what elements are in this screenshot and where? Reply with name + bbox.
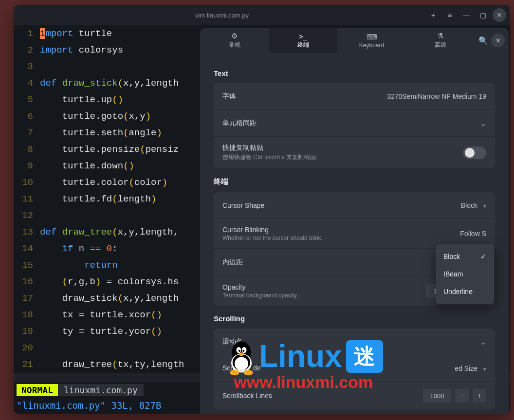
cursor-shape-label: Cursor Shape: [222, 201, 461, 209]
cursor-blink-sublabel: Whether or not the cursor should blink.: [222, 235, 460, 241]
chevron-down-icon: [480, 119, 486, 128]
tab-general[interactable]: ⚙常规: [200, 28, 269, 53]
tab-advanced[interactable]: ⚗高级: [406, 28, 475, 53]
settings-panel: ⚙常规 >_终端 ⌨Keyboard ⚗高级 🔍 ✕ Text 字体 3270S…: [200, 28, 509, 414]
scrollback-input[interactable]: 1000: [423, 389, 451, 402]
font-label: 字体: [222, 92, 387, 101]
scrollbar-label: 滚动条: [222, 337, 480, 346]
chevron-down-icon: [480, 337, 486, 347]
font-value: 3270SemiNarrow NF Medium 19: [387, 92, 486, 100]
copy-label: 快捷复制粘贴: [222, 144, 463, 152]
caret-down-icon: [481, 365, 486, 372]
caret-down-icon: [481, 201, 486, 209]
gear-icon: ⚙: [231, 32, 238, 40]
cell-spacing-label: 单元格间距: [222, 119, 480, 128]
main-window: vim linuxmi.com.py + ≡ — ▢ ✕ 12345678910…: [14, 5, 510, 414]
maximize-icon[interactable]: ▢: [476, 8, 490, 22]
tab-keyboard[interactable]: ⌨Keyboard: [337, 28, 406, 53]
cursor-blink-value: Follow S: [460, 230, 486, 237]
minimize-icon[interactable]: —: [459, 8, 473, 22]
dropdown-item[interactable]: Underline: [436, 283, 494, 300]
line-number-gutter: 123456789101112131415161718192021: [14, 25, 38, 373]
dropdown-item[interactable]: IBeam: [436, 265, 494, 283]
panel-close-icon[interactable]: ✕: [491, 34, 505, 47]
scrollback-label: Scrollback Lines: [222, 392, 423, 400]
section-terminal: 终端: [214, 177, 495, 186]
row-copy-paste: 快捷复制粘贴 使用快捷键 Ctrl+c/ctrl+v 来复制/粘贴: [214, 137, 495, 168]
tab-label: 终端: [297, 41, 309, 49]
add-tab-icon[interactable]: +: [426, 8, 440, 22]
opacity-sublabel: Terminal background opacity.: [222, 292, 426, 299]
scroll-mode-label: Scroll de: [222, 364, 455, 373]
search-icon[interactable]: 🔍: [478, 36, 488, 45]
cursor-blink-label: Cursor Blinking: [222, 226, 460, 234]
menu-icon[interactable]: ≡: [443, 8, 457, 22]
cursor-shape-value: Block: [461, 201, 477, 209]
terminal-icon: >_: [299, 32, 307, 40]
cursor-shape-dropdown: BlockIBeamUnderline: [436, 244, 494, 304]
tab-label: 高级: [435, 41, 446, 49]
copy-paste-toggle[interactable]: [463, 146, 486, 159]
row-cell-spacing[interactable]: 单元格间距: [214, 110, 495, 136]
copy-sublabel: 使用快捷键 Ctrl+c/ctrl+v 来复制/粘贴: [222, 153, 463, 162]
scrollback-plus-button[interactable]: +: [473, 389, 486, 402]
tab-label: 常规: [229, 41, 240, 49]
row-scrollbar[interactable]: 滚动条: [214, 329, 495, 355]
keyboard-icon: ⌨: [367, 33, 377, 41]
opacity-label: Opacity: [222, 283, 426, 291]
vim-mode-badge: NORMAL: [17, 384, 58, 396]
row-font[interactable]: 字体 3270SemiNarrow NF Medium 19: [214, 83, 495, 110]
close-icon[interactable]: ✕: [493, 8, 506, 22]
row-scrollback: Scrollback Lines 1000 − +: [214, 382, 495, 409]
scrollback-minus-button[interactable]: −: [455, 389, 469, 402]
titlebar: vim linuxmi.com.py + ≡ — ▢ ✕: [14, 5, 510, 25]
padding-label: 内边距: [222, 258, 461, 267]
tab-terminal[interactable]: >_终端: [269, 28, 337, 53]
row-cursor-shape[interactable]: Cursor Shape Block: [214, 192, 495, 219]
row-scroll-mode[interactable]: Scroll de ed Size: [214, 355, 495, 382]
settings-tabs: ⚙常规 >_终端 ⌨Keyboard ⚗高级 🔍 ✕: [200, 28, 509, 53]
flask-icon: ⚗: [437, 32, 443, 40]
status-filename: linuxmi.com.py: [58, 384, 144, 396]
section-scrolling: Scrolling: [214, 314, 495, 323]
section-text: Text: [214, 69, 495, 77]
scroll-mode-value: ed Size: [455, 365, 477, 372]
window-title: vim linuxmi.com.py: [18, 12, 426, 19]
tab-label: Keyboard: [359, 42, 384, 49]
dropdown-item[interactable]: Block: [436, 248, 494, 265]
